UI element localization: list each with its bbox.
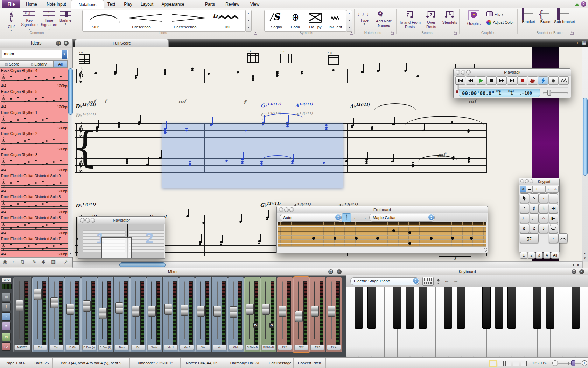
keypad-key-eighth-note-b[interactable]: ♫ [530, 224, 539, 233]
chord-diagram-toggle[interactable] [342, 213, 351, 222]
keypad-tab-accidentals[interactable]: ♭♭ [552, 186, 559, 193]
ideas-close-icon[interactable]: ✕ [64, 41, 69, 46]
view-panorama-icon[interactable] [521, 361, 527, 366]
channel-fader[interactable] [50, 297, 58, 308]
gallery-up-icon[interactable]: ▲ [346, 10, 352, 17]
view-single-pages-icon[interactable] [513, 361, 519, 366]
status-edit-passage[interactable]: Edit Passage [267, 358, 294, 368]
trill-item[interactable]: tr Trill [211, 12, 244, 30]
guitar-string[interactable] [278, 239, 486, 240]
piano-black-key-10[interactable] [482, 287, 491, 329]
window-minimize-icon[interactable] [525, 179, 529, 183]
minimize-ribbon-icon[interactable] [575, 3, 579, 6]
view-spreads-icon[interactable] [505, 361, 511, 366]
idea-item-rock-organ-rhythm-3[interactable]: Rock Organ Rhythm 34/4120bpm [0, 152, 68, 173]
guitar-string[interactable] [278, 231, 486, 231]
idea-item-rock-organ-rhythm-5[interactable]: Rock Organ Rhythm 54/4120bpm [0, 89, 68, 110]
scroll-down-icon[interactable]: ▼ [582, 257, 587, 260]
mixer-strip-vln-2-9[interactable]: Vln. 2 [179, 277, 195, 352]
noteheads-launcher[interactable] [391, 32, 394, 35]
idea-item-rock-organ-rhythm-1[interactable]: Rock Organ Rhythm 14/4120bpm [0, 110, 68, 131]
keypad-key-accent[interactable]: > [530, 193, 539, 203]
navigator-window[interactable]: Navigator 1 2 [78, 216, 165, 259]
channel-fader[interactable] [83, 300, 91, 312]
mixer-strip-tbn-1[interactable]: Tbn. [49, 277, 65, 352]
idea-item-rock-electric-guitar-distorted-solo-9[interactable]: Rock Electric Guitar Distorted Solo 94/4… [0, 173, 68, 194]
tab-full-score[interactable]: Full Score [75, 39, 169, 47]
fast-forward-button[interactable] [497, 76, 507, 85]
playback-titlebar[interactable]: Playback [454, 69, 571, 76]
next-chord-icon[interactable]: → [362, 214, 367, 220]
channel-fader[interactable] [164, 304, 172, 315]
keypad-key-tie-lower[interactable] [558, 233, 568, 243]
inverted-mordent-item[interactable]: Inv...ent [326, 12, 344, 30]
ideas-list[interactable]: Rock Organ Rhythm 44/4120bpmRock Organ R… [0, 68, 68, 257]
sub-bracket-button[interactable]: Sub-bracket [554, 9, 575, 24]
window-close-icon[interactable] [80, 218, 85, 223]
flip-button[interactable]: Flip ▾ [486, 11, 516, 18]
channel-fader[interactable] [311, 306, 319, 317]
to-and-from-rests-button[interactable]: To and From Rests [398, 9, 421, 29]
zoom-in-icon[interactable]: + [582, 360, 587, 366]
keypad-key-half-note[interactable]: ♩ [530, 213, 539, 223]
move-to-start-button[interactable] [455, 76, 465, 85]
fretboard-window[interactable]: Fretboard Auto▲▼ ← → Maple Guitar▲▼ [276, 206, 488, 253]
brace-button[interactable]: { Brace [538, 9, 553, 24]
piano-black-key-4[interactable] [406, 287, 414, 329]
ribbon-tab-view[interactable]: View [246, 0, 263, 8]
mixer-strip-e-gtr-2[interactable]: E. Gtr. [65, 277, 81, 352]
scroll-right-icon[interactable]: ▶ [576, 263, 581, 266]
ribbon-tab-review[interactable]: Review [222, 0, 243, 8]
window-zoom-icon[interactable] [530, 179, 533, 183]
ideas-scroll-down-icon[interactable]: ▼ [68, 251, 72, 256]
keypad-key-staccato[interactable]: · [539, 193, 548, 203]
live-playback-button[interactable] [538, 76, 548, 85]
mixer-strip-e-pno-a-3[interactable]: E. Pno. (a) [81, 277, 97, 352]
time-signature-button[interactable]: 44 Time Signature ▾ [40, 9, 58, 32]
mixer-close-icon[interactable]: ✕ [337, 269, 342, 274]
stemlets-button[interactable]: Stemlets [441, 9, 458, 25]
lines-launcher[interactable] [254, 32, 257, 35]
selected-passage[interactable] [162, 123, 343, 188]
keypad-key-dot[interactable]: · [549, 233, 558, 243]
playback-window[interactable]: Playback 00:00'00.0" BAR 1 BEAT 1 ♩=100 [453, 68, 571, 98]
keypad-tab-articulations[interactable]: ⌒ [539, 186, 546, 193]
idea-item-rock-organ-rhythm-2[interactable]: Rock Organ Rhythm 24/4120bpm [0, 131, 68, 152]
mixer-strip-dlsmscd-14[interactable]: ⚙DLSMscD [260, 277, 276, 352]
mixer-vi-button[interactable]: VI [2, 333, 11, 341]
channel-fader[interactable] [197, 306, 205, 317]
mixer-strip-tpt-0[interactable]: Tpt. [32, 277, 48, 352]
ideas-scrollbar[interactable]: ▼ [68, 68, 73, 257]
add-note-names-button[interactable]: ♩ A Add Note Names [374, 9, 394, 27]
window-zoom-icon[interactable] [466, 70, 471, 75]
mixer-staves-list-icon-button[interactable]: ≡ [2, 312, 11, 321]
move-to-end-button[interactable] [507, 76, 517, 85]
lines-gallery-arrows[interactable]: ▲▼▼ [245, 10, 252, 32]
keypad-key-whole-note[interactable]: ○ [539, 213, 548, 223]
ideas-tab-library[interactable]: ⧉ Library [24, 60, 54, 68]
mixer-strip-vln-1-8[interactable]: Vln. 1 [163, 277, 179, 352]
gallery-down-icon[interactable]: ▼ [346, 17, 352, 24]
tempo-wave-button[interactable] [559, 76, 569, 85]
idea-item-rock-electric-guitar-distorted-solo-5[interactable]: Rock Electric Guitar Distorted Solo 54/4… [0, 215, 68, 236]
record-button[interactable] [517, 76, 527, 85]
piano-black-key-3[interactable] [393, 287, 401, 329]
piano-black-key-0[interactable] [355, 287, 363, 329]
view-pages-horizontal-icon[interactable] [490, 361, 496, 366]
capture-idea-icon[interactable]: ◉ [3, 259, 7, 265]
tempo-slider-thumb[interactable] [547, 90, 551, 96]
scroll-left-icon[interactable]: ◀ [570, 263, 575, 266]
mixer-strip-bass-5[interactable]: Bass [114, 277, 130, 352]
ideas-tab-score[interactable]: ▤ Score [0, 60, 24, 68]
piano-black-key-7[interactable] [444, 287, 452, 329]
master-fader[interactable] [16, 300, 23, 311]
score-vscrollbar-thumb[interactable] [583, 98, 588, 176]
navigator-titlebar[interactable]: Navigator [78, 217, 165, 224]
guitar-string[interactable] [278, 226, 486, 227]
channel-fader[interactable] [99, 308, 107, 319]
mixer-strip-fx-1-15[interactable]: FX 1 [277, 277, 293, 352]
symbols-gallery-arrows[interactable]: ▲▼▼ [346, 10, 352, 32]
live-tempo-button[interactable] [548, 76, 559, 85]
keypad-key-natural[interactable]: ♮ [520, 204, 529, 213]
keypad-key-cursor[interactable] [520, 193, 529, 203]
